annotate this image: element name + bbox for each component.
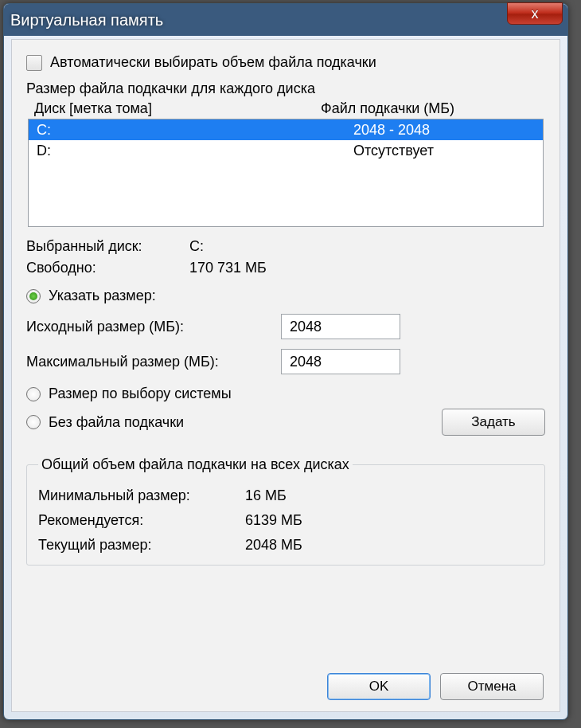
selected-drive-label: Выбранный диск: <box>26 238 189 255</box>
max-size-input[interactable] <box>281 349 400 374</box>
ok-button[interactable]: OK <box>327 673 431 700</box>
titlebar[interactable]: Виртуальная память x <box>4 4 567 36</box>
radio-custom-size[interactable] <box>26 289 41 303</box>
pagefile-cell: Отсутствует <box>353 143 434 159</box>
selected-drive-value: C: <box>189 238 204 255</box>
min-size-value: 16 МБ <box>245 487 287 504</box>
current-size-value: 2048 МБ <box>245 537 302 554</box>
recommended-value: 6139 МБ <box>245 512 302 529</box>
list-item[interactable]: D: Отсутствует <box>29 140 543 161</box>
client-area: Автоматически выбирать объем файла подка… <box>11 39 560 712</box>
max-size-label: Максимальный размер (МБ): <box>26 354 281 370</box>
summary-group: Общий объем файла подкачки на всех диска… <box>26 456 545 566</box>
drive-cell: D: <box>37 143 353 159</box>
radio-custom-size-label: Указать размер: <box>49 288 156 304</box>
radio-no-pagefile[interactable] <box>26 415 41 429</box>
current-size-label: Текущий размер: <box>38 537 245 554</box>
auto-manage-checkbox[interactable] <box>26 55 42 71</box>
drive-listbox[interactable]: C: 2048 - 2048 D: Отсутствует <box>28 119 544 227</box>
recommended-label: Рекомендуется: <box>38 512 245 529</box>
close-button[interactable]: x <box>507 2 563 25</box>
summary-title: Общий объем файла подкачки на всех диска… <box>38 456 353 473</box>
per-drive-group-title: Размер файла подкачки для каждого диска <box>26 80 545 97</box>
min-size-label: Минимальный размер: <box>38 487 245 504</box>
set-button[interactable]: Задать <box>442 409 545 436</box>
list-item[interactable]: C: 2048 - 2048 <box>29 119 543 140</box>
pagefile-cell: 2048 - 2048 <box>353 122 430 139</box>
initial-size-input[interactable] <box>281 314 400 339</box>
col-drive-label: Диск [метка тома] <box>34 100 321 117</box>
close-icon: x <box>532 6 539 22</box>
radio-system-managed[interactable] <box>26 387 41 401</box>
free-space-value: 170 731 МБ <box>189 260 267 276</box>
dialog-virtual-memory: Виртуальная память x Автоматически выбир… <box>3 3 568 720</box>
radio-system-managed-label: Размер по выбору системы <box>49 386 232 402</box>
radio-no-pagefile-label: Без файла подкачки <box>49 414 184 431</box>
initial-size-label: Исходный размер (МБ): <box>26 319 281 335</box>
cancel-button[interactable]: Отмена <box>440 673 544 700</box>
drive-cell: C: <box>37 122 353 139</box>
free-space-label: Свободно: <box>26 260 189 276</box>
auto-manage-label: Автоматически выбирать объем файла подка… <box>50 54 376 71</box>
col-pagefile-label: Файл подкачки (МБ) <box>321 100 454 117</box>
drive-list-header: Диск [метка тома] Файл подкачки (МБ) <box>34 100 545 117</box>
window-title: Виртуальная память <box>10 11 163 29</box>
